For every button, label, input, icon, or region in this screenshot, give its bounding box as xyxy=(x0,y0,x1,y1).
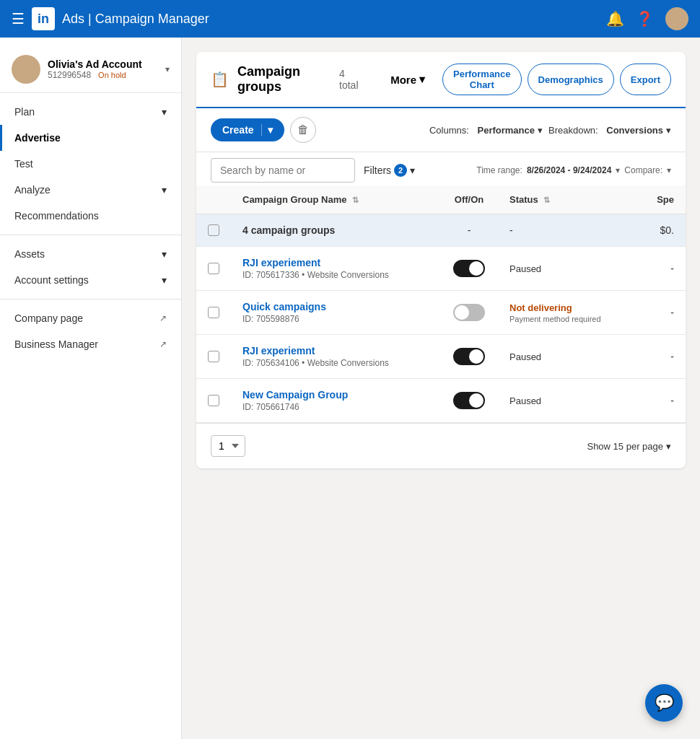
toggle-2[interactable] xyxy=(453,348,485,365)
more-button[interactable]: More ▾ xyxy=(382,69,434,90)
toggle-knob-0 xyxy=(469,261,484,276)
row-name-3: New Campaign Group ID: 705661746 xyxy=(231,379,440,423)
panel-count: 4 total xyxy=(339,68,362,91)
page-select[interactable]: 1 xyxy=(211,435,245,457)
account-chevron-icon: ▾ xyxy=(165,64,170,74)
panel-header-icon: 📋 xyxy=(211,71,229,88)
summary-label: 4 campaign groups xyxy=(231,214,440,247)
toggle-3[interactable] xyxy=(453,392,485,409)
help-icon[interactable]: ❓ xyxy=(636,10,654,27)
summary-status: - xyxy=(498,214,613,247)
filters-button[interactable]: Filters 2 ▾ xyxy=(364,164,415,177)
per-page-control: Show 15 per page ▾ xyxy=(587,441,671,452)
campaign-meta-2: ID: 705634106 • Website Conversions xyxy=(242,358,429,368)
columns-dropdown-icon[interactable]: ▾ xyxy=(538,125,543,136)
campaign-meta-0: ID: 705617336 • Website Conversions xyxy=(242,270,429,280)
breakdown-control: Breakdown: Conversions ▾ xyxy=(548,125,671,136)
row-checkbox-2[interactable] xyxy=(208,351,219,362)
pagination: 1 Show 15 per page ▾ xyxy=(196,423,686,468)
account-name: Olivia's Ad Account xyxy=(48,58,158,70)
breakdown-dropdown-icon[interactable]: ▾ xyxy=(666,125,671,136)
time-range-dropdown-icon[interactable]: ▾ xyxy=(616,165,620,175)
plan-chevron-icon: ▾ xyxy=(162,106,167,118)
summary-checkbox[interactable] xyxy=(208,224,219,236)
analyze-chevron-icon: ▾ xyxy=(162,184,167,196)
table-row: Quick campaigns ID: 705598876 xyxy=(196,291,686,335)
toolbar-right: Columns: Performance ▾ Breakdown: Conver… xyxy=(429,125,671,136)
campaign-link-0[interactable]: RJI experiement xyxy=(242,257,320,268)
col-header-offon: Off/On xyxy=(440,185,498,214)
hamburger-icon[interactable]: ☰ xyxy=(12,10,25,27)
campaign-meta-3: ID: 705661746 xyxy=(242,402,429,412)
panel-header: 📋 Campaign groups 4 total More ▾ Perform… xyxy=(196,52,686,108)
per-page-button[interactable]: Show 15 per page ▾ xyxy=(587,441,671,452)
sidebar-item-assets[interactable]: Assets ▾ xyxy=(0,241,181,267)
panel-actions: Performance Chart Demographics Export xyxy=(442,64,671,95)
external-link-icon-2: ↗ xyxy=(159,339,167,349)
table-row: New Campaign Group ID: 705661746 xyxy=(196,379,686,423)
col-header-name: Campaign Group Name ⇅ xyxy=(231,185,440,214)
nav-right: 🔔 ❓ xyxy=(606,7,688,30)
toggle-wrap-2 xyxy=(452,348,486,365)
search-input[interactable] xyxy=(211,158,355,183)
toolbar-left: Create ▾ 🗑 xyxy=(211,117,424,143)
toggle-knob-2 xyxy=(469,349,484,364)
campaign-link-2[interactable]: RJI experiemnt xyxy=(242,345,315,357)
row-name-1: Quick campaigns ID: 705598876 xyxy=(231,291,440,335)
chat-fab-button[interactable]: 💬 xyxy=(645,684,683,722)
row-checkbox-1[interactable] xyxy=(208,307,219,318)
app-title: Ads | Campaign Manager xyxy=(62,12,209,27)
account-info: Olivia's Ad Account 512996548 On hold xyxy=(48,58,158,80)
campaign-meta-1: ID: 705598876 xyxy=(242,314,429,324)
sidebar-item-recommendations[interactable]: Recommendations xyxy=(0,203,181,229)
row-name-2: RJI experiemnt ID: 705634106 • Website C… xyxy=(231,335,440,379)
sidebar-item-plan[interactable]: Plan ▾ xyxy=(0,99,181,125)
row-spend-0: - xyxy=(613,247,686,291)
filter-row: Filters 2 ▾ Time range: 8/26/2024 - 9/24… xyxy=(196,152,686,185)
sort-icon-name[interactable]: ⇅ xyxy=(352,196,359,204)
sidebar-item-company-page[interactable]: Company page ↗ xyxy=(0,305,181,331)
external-link-icon: ↗ xyxy=(159,313,167,323)
compare-dropdown-icon[interactable]: ▾ xyxy=(667,165,671,175)
row-status-3: Paused xyxy=(498,379,613,423)
row-checkbox-0[interactable] xyxy=(208,263,219,274)
toggle-knob-3 xyxy=(469,393,484,408)
per-page-dropdown-icon: ▾ xyxy=(666,441,671,452)
linkedin-logo: in xyxy=(32,7,55,30)
summary-offon: - xyxy=(440,214,498,247)
sidebar-item-account-settings[interactable]: Account settings ▾ xyxy=(0,267,181,293)
sidebar-item-advertise[interactable]: Advertise xyxy=(0,125,181,151)
campaign-panel: 📋 Campaign groups 4 total More ▾ Perform… xyxy=(196,52,686,468)
row-status-1: Not delivering Payment method required xyxy=(498,291,613,335)
toggle-1[interactable] xyxy=(453,304,485,321)
account-selector[interactable]: Olivia's Ad Account 512996548 On hold ▾ xyxy=(0,46,181,93)
summary-row: 4 campaign groups - - $0. xyxy=(196,214,686,247)
campaign-link-1[interactable]: Quick campaigns xyxy=(242,301,326,312)
user-avatar[interactable] xyxy=(665,7,688,30)
sidebar-divider-2 xyxy=(0,299,181,299)
notification-icon[interactable]: 🔔 xyxy=(606,10,624,27)
sidebar-item-business-manager[interactable]: Business Manager ↗ xyxy=(0,331,181,357)
delete-button[interactable]: 🗑 xyxy=(290,117,316,143)
account-id: 512996548 On hold xyxy=(48,70,158,80)
export-button[interactable]: Export xyxy=(620,64,671,95)
col-header-status: Status ⇅ xyxy=(498,185,613,214)
summary-spend: $0. xyxy=(613,214,686,247)
campaign-link-3[interactable]: New Campaign Group xyxy=(242,389,348,401)
panel-title: Campaign groups xyxy=(237,64,328,95)
create-button[interactable]: Create ▾ xyxy=(211,118,284,141)
sidebar-item-test[interactable]: Test xyxy=(0,151,181,177)
table-row: RJI experiement ID: 705617336 • Website … xyxy=(196,247,686,291)
nav-left: ☰ in Ads | Campaign Manager xyxy=(12,7,209,30)
toggle-0[interactable] xyxy=(453,260,485,277)
sort-icon-status[interactable]: ⇅ xyxy=(543,196,550,204)
demographics-button[interactable]: Demographics xyxy=(528,64,614,95)
row-spend-2: - xyxy=(613,335,686,379)
main-content: 📋 Campaign groups 4 total More ▾ Perform… xyxy=(182,38,700,739)
row-checkbox-3[interactable] xyxy=(208,395,219,406)
sidebar-item-analyze[interactable]: Analyze ▾ xyxy=(0,177,181,203)
performance-chart-button[interactable]: Performance Chart xyxy=(442,64,521,95)
col-header-spend: Spe xyxy=(613,185,686,214)
account-avatar xyxy=(12,55,40,84)
sidebar: Olivia's Ad Account 512996548 On hold ▾ … xyxy=(0,38,182,739)
